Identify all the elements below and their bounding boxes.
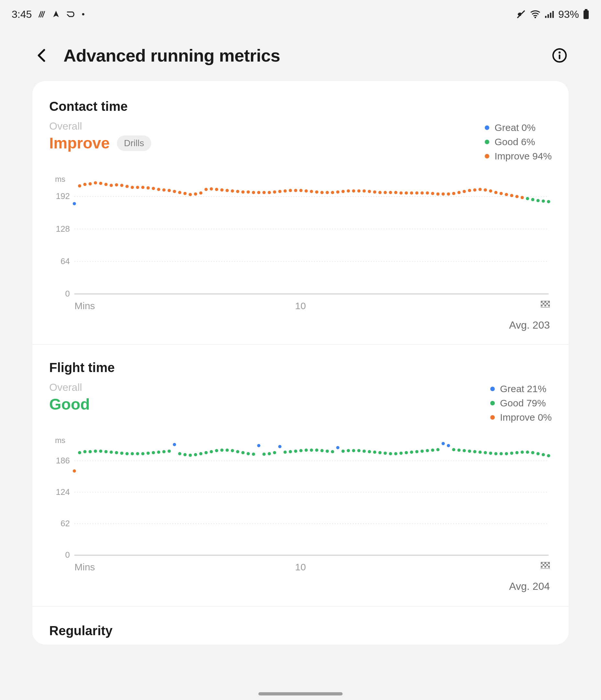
svg-point-109	[515, 195, 518, 198]
svg-rect-122	[541, 305, 543, 306]
svg-point-204	[468, 449, 471, 453]
svg-point-94	[436, 193, 439, 196]
svg-point-137	[83, 450, 86, 453]
svg-point-160	[210, 450, 213, 453]
svg-point-87	[399, 192, 402, 195]
legend-improve: Improve 0%	[500, 412, 552, 423]
svg-point-67	[294, 189, 297, 192]
svg-point-210	[500, 452, 503, 455]
svg-point-28	[88, 182, 92, 185]
svg-point-217	[537, 452, 540, 455]
svg-point-27	[83, 183, 86, 186]
legend-dot-great	[485, 125, 489, 130]
svg-point-56	[236, 190, 239, 193]
svg-point-179	[320, 449, 323, 452]
svg-point-208	[489, 451, 492, 455]
svg-point-209	[494, 452, 497, 455]
svg-point-143	[115, 451, 118, 454]
svg-text:64: 64	[60, 257, 70, 266]
svg-point-86	[394, 191, 397, 194]
svg-rect-119	[548, 301, 550, 303]
svg-rect-118	[544, 301, 546, 303]
chart-flight-time[interactable]: ms062124186 Mins 10	[49, 435, 552, 571]
svg-point-161	[215, 449, 218, 452]
svg-point-73	[326, 191, 329, 194]
svg-rect-8	[550, 12, 551, 18]
x-label-mins: Mins	[75, 300, 95, 311]
svg-point-158	[199, 452, 202, 455]
svg-point-177	[310, 449, 313, 452]
back-button[interactable]	[32, 46, 51, 65]
status-dot-icon	[82, 12, 85, 16]
drills-button[interactable]: Drills	[117, 135, 151, 151]
svg-point-142	[110, 450, 113, 454]
svg-point-5	[534, 17, 536, 18]
legend: Great 21% Good 79% Improve 0%	[490, 383, 552, 423]
svg-point-49	[199, 192, 202, 195]
svg-rect-10	[585, 9, 587, 10]
svg-rect-227	[541, 562, 543, 564]
overall-value: Good	[49, 395, 90, 413]
svg-point-59	[252, 191, 255, 194]
svg-point-203	[463, 449, 466, 452]
legend-dot-great	[490, 386, 495, 391]
svg-point-201	[452, 448, 455, 451]
svg-point-60	[257, 191, 260, 194]
svg-point-76	[341, 190, 344, 193]
svg-rect-121	[546, 303, 548, 305]
svg-point-113	[537, 199, 540, 202]
svg-point-114	[542, 200, 545, 203]
svg-point-186	[363, 449, 366, 453]
svg-point-192	[394, 452, 397, 455]
svg-point-35	[125, 185, 129, 188]
svg-point-198	[426, 449, 429, 452]
svg-text:62: 62	[60, 519, 70, 528]
svg-point-104	[489, 189, 492, 193]
svg-point-57	[241, 190, 244, 194]
svg-point-68	[299, 189, 303, 192]
legend-great: Great 21%	[500, 383, 546, 394]
svg-point-135	[73, 469, 76, 473]
svg-point-215	[526, 450, 529, 454]
svg-rect-123	[544, 305, 546, 306]
svg-point-171	[273, 451, 276, 454]
svg-rect-232	[541, 566, 543, 568]
section-regularity-peek: Regularity	[32, 606, 569, 645]
svg-point-74	[331, 191, 334, 194]
svg-point-206	[478, 450, 482, 454]
svg-point-53	[220, 188, 224, 192]
status-app-icon-2	[52, 10, 60, 19]
svg-point-202	[457, 449, 461, 452]
svg-point-84	[384, 191, 387, 194]
svg-point-211	[505, 452, 508, 455]
svg-point-75	[336, 190, 339, 194]
svg-point-182	[341, 449, 344, 453]
svg-point-106	[500, 192, 503, 195]
home-indicator[interactable]	[258, 692, 343, 696]
svg-point-144	[120, 451, 123, 455]
svg-point-29	[94, 181, 97, 184]
chart-contact-time[interactable]: ms064128192 Mins 10	[49, 174, 552, 310]
svg-point-225	[447, 444, 450, 447]
x-label-mins: Mins	[75, 561, 95, 573]
svg-point-85	[389, 191, 392, 194]
svg-point-70	[310, 190, 313, 193]
svg-point-224	[442, 442, 445, 445]
svg-point-154	[178, 452, 181, 455]
svg-text:124: 124	[56, 488, 70, 497]
svg-point-99	[463, 190, 466, 193]
svg-point-220	[173, 443, 176, 446]
svg-point-207	[484, 451, 487, 454]
svg-point-62	[268, 191, 271, 194]
svg-point-172	[283, 450, 287, 454]
section-title: Flight time	[49, 360, 552, 375]
svg-rect-233	[544, 566, 546, 568]
status-app-icon-1	[37, 10, 46, 19]
info-button[interactable]	[550, 46, 569, 65]
overall-label: Overall	[49, 381, 90, 394]
svg-point-164	[231, 449, 234, 452]
svg-point-103	[484, 188, 487, 192]
svg-point-212	[510, 451, 513, 455]
svg-point-111	[526, 197, 529, 200]
svg-point-140	[99, 449, 102, 453]
